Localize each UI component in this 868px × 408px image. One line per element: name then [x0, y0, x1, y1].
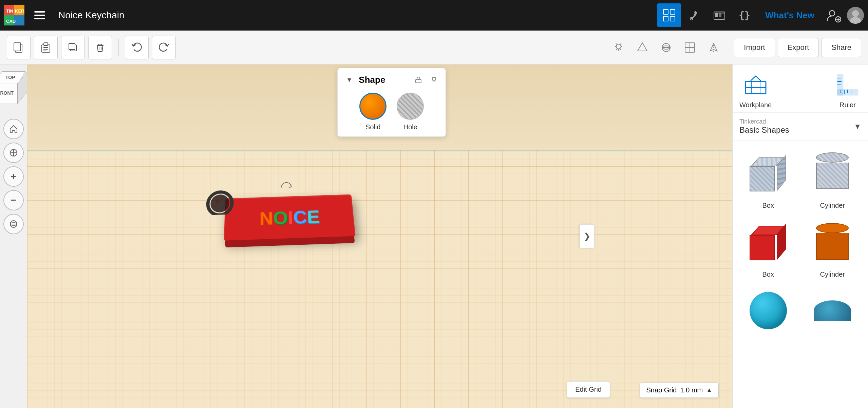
- mirror-view-button[interactable]: [703, 37, 724, 58]
- shape-panel: ▾ Shape: [337, 68, 446, 137]
- ruler-section[interactable]: Ruler: [834, 71, 861, 109]
- solid-option[interactable]: Solid: [359, 93, 386, 131]
- right-panel: Workplane: [732, 64, 868, 408]
- keychain-model[interactable]: N O I C E: [224, 194, 356, 241]
- redo-button[interactable]: [152, 36, 176, 59]
- letter-i: I: [287, 206, 293, 228]
- sphere-blue-preview: [743, 285, 794, 336]
- shape-teal-item[interactable]: [804, 285, 862, 339]
- snap-grid-label: Snap Grid: [646, 386, 677, 394]
- grid-view-button[interactable]: [680, 37, 700, 58]
- box-gray-item[interactable]: Box: [739, 147, 797, 209]
- snap-grid-up-button[interactable]: ▲: [706, 387, 712, 394]
- shapes-source-label: Tinkercad: [739, 118, 850, 125]
- cylinder-orange-preview: [807, 216, 858, 267]
- design-nav-button[interactable]: [657, 3, 681, 27]
- letter-n: N: [259, 207, 272, 229]
- action-buttons: Import Export Share: [734, 38, 861, 57]
- svg-rect-55: [416, 79, 421, 83]
- edit-grid-button[interactable]: Edit Grid: [567, 381, 610, 398]
- sphere-view-button[interactable]: [656, 37, 676, 58]
- box-red-label: Box: [762, 271, 774, 278]
- zoom-in-button[interactable]: +: [3, 166, 24, 187]
- fit-nav-button[interactable]: [3, 143, 24, 163]
- letter-o: O: [273, 207, 287, 228]
- ruler-label: Ruler: [839, 101, 856, 109]
- tools-nav-button[interactable]: [682, 3, 706, 27]
- whats-new-button[interactable]: What's New: [760, 10, 820, 21]
- menu-button[interactable]: [28, 3, 52, 27]
- letter-c: C: [293, 206, 306, 228]
- delete-button[interactable]: [88, 36, 112, 59]
- view-cube-front[interactable]: FRONT: [0, 83, 17, 103]
- gallery-nav-button[interactable]: [707, 3, 731, 27]
- svg-rect-3: [14, 15, 24, 25]
- svg-text:TIN: TIN: [6, 8, 13, 14]
- undo-button[interactable]: [125, 36, 149, 59]
- svg-rect-18: [719, 13, 721, 17]
- letter-e: E: [306, 206, 319, 227]
- export-button[interactable]: Export: [778, 38, 819, 57]
- shape-panel-header: ▾ Shape: [343, 74, 440, 86]
- svg-rect-10: [663, 10, 668, 14]
- paste-button[interactable]: [34, 36, 58, 59]
- shapes-header: Tinkercad Basic Shapes ▼: [733, 113, 868, 141]
- rotate-handle[interactable]: [278, 179, 295, 197]
- hole-label: Hole: [403, 123, 417, 131]
- hole-circle: [397, 93, 424, 120]
- home-nav-button[interactable]: [3, 119, 24, 139]
- workplane-section[interactable]: Workplane: [739, 71, 772, 109]
- svg-marker-38: [638, 43, 647, 51]
- sphere-blue-item[interactable]: [739, 285, 797, 339]
- svg-rect-12: [663, 16, 668, 21]
- tinkercad-logo[interactable]: TIN KER CAD: [4, 5, 24, 25]
- shape-panel-collapse-button[interactable]: ▾: [343, 74, 355, 86]
- import-button[interactable]: Import: [734, 38, 775, 57]
- svg-rect-13: [670, 16, 675, 21]
- codeblocks-nav-button[interactable]: {}: [733, 3, 756, 27]
- shape-panel-title: Shape: [359, 75, 409, 85]
- workplane-icon: [742, 71, 769, 98]
- perspective-button[interactable]: [3, 214, 24, 234]
- left-panel: TOP FRONT + −: [0, 64, 27, 408]
- shape-view-button[interactable]: [632, 37, 653, 58]
- box-red-item[interactable]: Box: [739, 216, 797, 278]
- hole-option[interactable]: Hole: [397, 93, 424, 131]
- keychain-ring: [204, 186, 235, 215]
- avatar[interactable]: [847, 7, 864, 24]
- workplane-label: Workplane: [739, 101, 772, 109]
- cylinder-gray-item[interactable]: Cylinder: [804, 147, 862, 209]
- right-chevron-button[interactable]: ❯: [580, 224, 595, 248]
- zoom-out-button[interactable]: −: [3, 190, 24, 210]
- shape-teal-preview: [807, 285, 858, 336]
- share-button[interactable]: Share: [822, 38, 861, 57]
- shapes-dropdown-button[interactable]: ▼: [854, 122, 861, 131]
- solid-circle: [359, 93, 386, 120]
- light-view-button[interactable]: [608, 37, 629, 58]
- shapes-dropdown[interactable]: Basic Shapes: [739, 125, 850, 135]
- cylinder-orange-item[interactable]: Cylinder: [804, 216, 862, 278]
- topbar: TIN KER CAD Noice Keychain: [0, 0, 868, 31]
- nav-icons: {}: [657, 3, 756, 27]
- keychain-side: [225, 236, 355, 247]
- svg-rect-8: [34, 15, 45, 16]
- view-cube[interactable]: TOP FRONT: [0, 71, 30, 109]
- keychain-body: N O I C E: [224, 194, 356, 241]
- box-gray-label: Box: [762, 202, 774, 209]
- svg-text:KER: KER: [15, 8, 24, 14]
- svg-point-19: [829, 11, 835, 16]
- shapes-grid: Box Cylinder: [733, 141, 868, 346]
- svg-rect-29: [44, 43, 48, 45]
- viewport[interactable]: N O I C E ▾ Shape: [27, 64, 732, 408]
- shape-panel-light-button[interactable]: [428, 74, 440, 86]
- box-red-preview: [743, 216, 794, 267]
- svg-point-37: [616, 44, 621, 49]
- duplicate-button[interactable]: [61, 36, 85, 59]
- shapes-collection-name: Basic Shapes: [739, 125, 789, 135]
- toolbar: Import Export Share: [0, 31, 868, 64]
- ruler-icon: [834, 71, 861, 98]
- keychain-text: N O I C E: [259, 206, 320, 229]
- copy-button[interactable]: [7, 36, 31, 59]
- shape-panel-lock-button[interactable]: [412, 74, 424, 86]
- add-user-button[interactable]: [823, 5, 844, 25]
